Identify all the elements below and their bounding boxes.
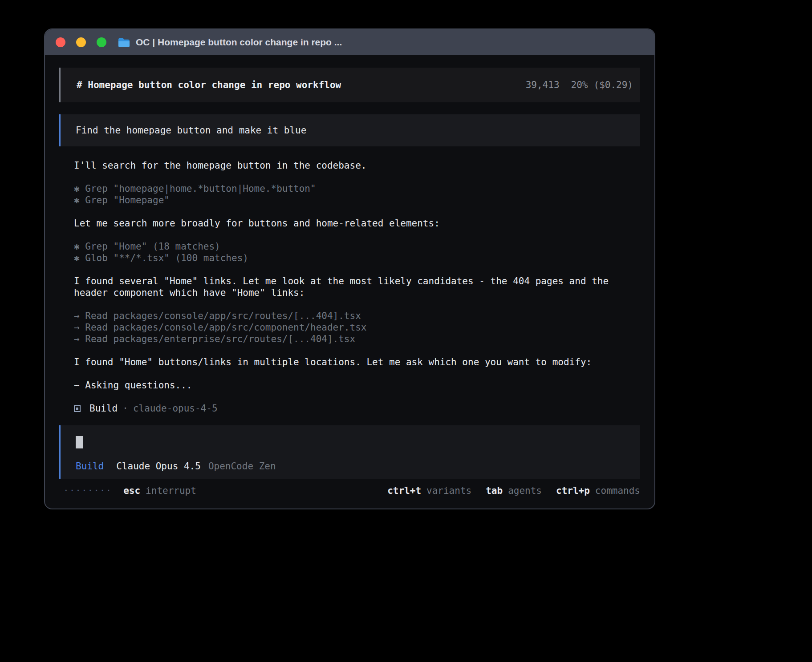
shortcut-commands: ctrl+p commands	[556, 485, 640, 496]
tool-call-read: → Read packages/console/app/src/routes/[…	[74, 310, 640, 322]
dot-separator: ·	[122, 403, 128, 414]
user-message: Find the homepage button and make it blu…	[59, 114, 640, 146]
shortcut-agents: tab agents	[486, 485, 542, 496]
tool-call-grep: ✱ Grep "Home" (18 matches)	[74, 241, 640, 252]
session-cost: ($0.29)	[593, 80, 633, 90]
esc-key-label: interrupt	[146, 485, 196, 496]
assistant-text: Let me search more broadly for buttons a…	[74, 218, 640, 229]
status-bar: ········ esc interrupt ctrl+t variants t…	[59, 485, 640, 496]
agent-model: claude-opus-4-5	[133, 403, 218, 414]
active-agent[interactable]: Build	[76, 461, 104, 472]
minimize-window-button[interactable]	[76, 37, 86, 47]
prompt-input[interactable]: Build Claude Opus 4.5 OpenCode Zen	[59, 425, 640, 479]
shortcut-label: variants	[426, 485, 471, 496]
model-provider: OpenCode Zen	[208, 461, 276, 472]
status-bar-left: ········ esc interrupt	[63, 485, 196, 496]
agent-name: Build	[89, 403, 118, 414]
agent-status-row: Build · claude-opus-4-5	[74, 403, 640, 414]
active-model[interactable]: Claude Opus 4.5	[116, 461, 201, 472]
shortcut-key: ctrl+p	[556, 485, 590, 496]
window-titlebar: OC | Homepage button color change in rep…	[45, 29, 654, 55]
tool-call-read: → Read packages/console/app/src/componen…	[74, 322, 640, 333]
assistant-text: I found several "Home" links. Let me loo…	[74, 275, 640, 299]
session-title: # Homepage button color change in repo w…	[77, 80, 341, 90]
tool-call-grep: ✱ Grep "homepage|home.*button|Home.*butt…	[74, 183, 640, 194]
input-meta: Build Claude Opus 4.5 OpenCode Zen	[76, 461, 276, 472]
status-bar-shortcuts: ctrl+t variants tab agents ctrl+p comman…	[387, 485, 640, 496]
tool-call-glob: ✱ Glob "**/*.tsx" (100 matches)	[74, 252, 640, 264]
assistant-conversation: I'll search for the homepage button in t…	[59, 146, 640, 414]
terminal-content: # Homepage button color change in repo w…	[45, 55, 654, 496]
tool-call-read: → Read packages/enterprise/src/routes/[.…	[74, 333, 640, 345]
shortcut-key: ctrl+t	[387, 485, 421, 496]
agent-icon	[74, 405, 81, 412]
traffic-lights	[56, 37, 106, 47]
token-count: 39,413	[526, 80, 560, 90]
close-window-button[interactable]	[56, 37, 65, 47]
tool-call-group: ✱ Grep "Home" (18 matches) ✱ Glob "**/*.…	[74, 241, 640, 264]
terminal-window: OC | Homepage button color change in rep…	[44, 28, 655, 509]
shortcut-variants: ctrl+t variants	[387, 485, 471, 496]
assistant-text: I found "Home" buttons/links in multiple…	[74, 356, 640, 368]
shortcut-key: tab	[486, 485, 503, 496]
tool-call-group: ✱ Grep "homepage|home.*button|Home.*butt…	[74, 183, 640, 206]
window-title: OC | Homepage button color change in rep…	[136, 37, 342, 48]
assistant-text: I'll search for the homepage button in t…	[74, 160, 640, 171]
session-header: # Homepage button color change in repo w…	[59, 68, 640, 102]
text-cursor	[76, 436, 83, 448]
spinner-dots: ········	[63, 485, 112, 496]
user-message-text: Find the homepage button and make it blu…	[76, 125, 306, 136]
folder-icon	[118, 37, 130, 48]
session-stats: 39,413 20% ($0.29)	[526, 80, 633, 90]
assistant-status-text: ~ Asking questions...	[74, 379, 640, 391]
shortcut-label: agents	[508, 485, 542, 496]
tool-call-group: → Read packages/console/app/src/routes/[…	[74, 310, 640, 345]
context-percentage: 20%	[571, 80, 588, 90]
tool-call-grep: ✱ Grep "Homepage"	[74, 194, 640, 206]
shortcut-label: commands	[595, 485, 640, 496]
zoom-window-button[interactable]	[97, 37, 106, 47]
esc-key-hint: esc	[123, 485, 140, 496]
